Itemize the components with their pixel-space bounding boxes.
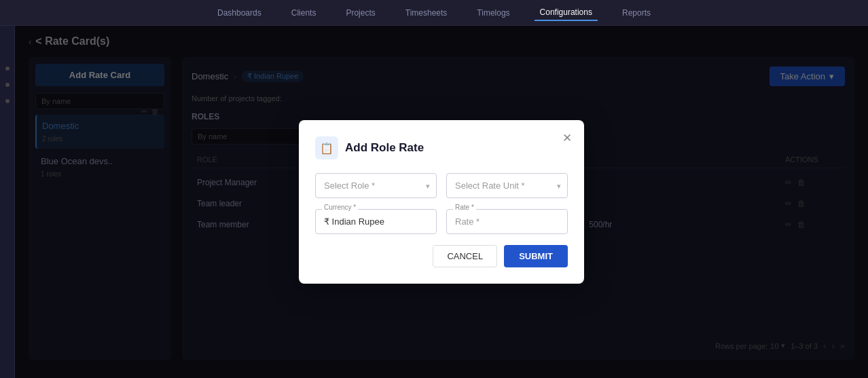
submit-button[interactable]: SUBMIT [504,245,568,267]
nav-reports[interactable]: Reports [617,5,656,20]
main-wrapper: ‹ < Rate Card(s) Add Rate Card Domestic … [0,26,868,378]
modal-close-button[interactable]: ✕ [562,131,572,145]
currency-label: Currency * [322,204,358,211]
nav-timelogs[interactable]: Timelogs [471,5,515,20]
modal-title: Add Role Rate [345,141,424,155]
modal-row-2: Currency * Rate * [315,209,568,234]
nav-timesheets[interactable]: Timesheets [400,5,453,20]
rate-unit-select[interactable]: Select Rate Unit * [446,173,568,198]
nav-clients[interactable]: Clients [286,5,322,20]
add-role-rate-modal: 📋 Add Role Rate ✕ Select Role * ▾ [299,120,584,284]
strip-dot-2 [5,83,10,87]
rate-group: Rate * [446,209,568,234]
content-area: ‹ < Rate Card(s) Add Rate Card Domestic … [15,26,868,378]
currency-input[interactable] [315,209,437,234]
rate-label: Rate * [453,204,476,211]
top-navigation: Dashboards Clients Projects Timesheets T… [0,0,868,26]
rate-unit-select-wrapper: Select Rate Unit * ▾ [446,173,568,198]
modal-header: 📋 Add Role Rate [315,136,568,159]
modal-actions: CANCEL SUBMIT [315,245,568,267]
nav-configurations[interactable]: Configurations [535,5,598,21]
nav-projects[interactable]: Projects [340,5,380,20]
strip-dot-1 [5,67,10,71]
clipboard-icon: 📋 [320,142,333,155]
rate-unit-select-group: Select Rate Unit * ▾ [446,173,568,198]
nav-dashboards[interactable]: Dashboards [212,5,267,20]
rate-input[interactable] [446,209,568,234]
modal-overlay: 📋 Add Role Rate ✕ Select Role * ▾ [15,26,868,378]
modal-icon: 📋 [315,136,338,159]
cancel-button[interactable]: CANCEL [433,245,497,267]
role-select[interactable]: Select Role * [315,173,437,198]
strip-dot-3 [5,99,10,103]
currency-group: Currency * [315,209,437,234]
role-select-group: Select Role * ▾ [315,173,437,198]
modal-row-1: Select Role * ▾ Select Rate Unit * ▾ [315,173,568,198]
role-select-wrapper: Select Role * ▾ [315,173,437,198]
left-strip [0,26,15,378]
